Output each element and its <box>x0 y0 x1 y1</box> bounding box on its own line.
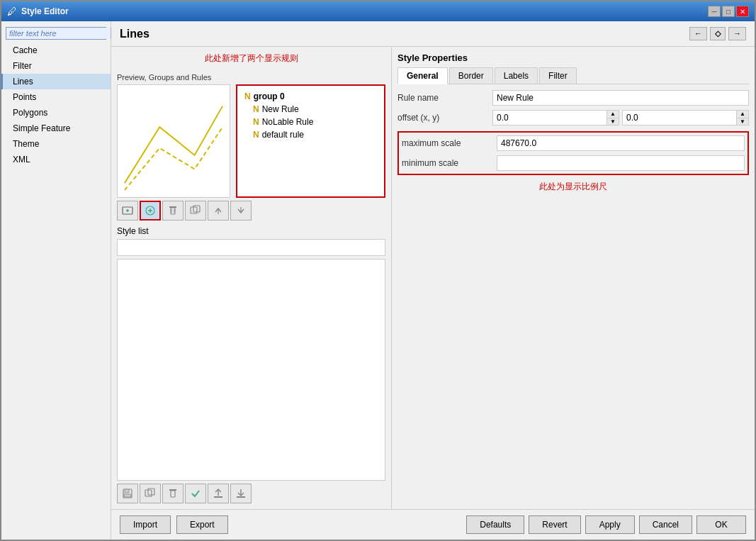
svg-rect-15 <box>125 489 129 493</box>
preview-groups-row: N group 0 N New Rule N NoLable Rule <box>117 84 385 198</box>
tab-border[interactable]: Border <box>449 67 493 84</box>
import-button[interactable]: Import <box>120 515 171 534</box>
preview-section: Preview, Groups and Rules <box>117 73 385 221</box>
offset-x-input[interactable] <box>493 111 607 125</box>
upload-icon <box>213 488 224 499</box>
offset-y-spinners: ▲ ▼ <box>736 111 748 125</box>
rule-item-nolable[interactable]: N NoLable Rule <box>242 116 380 128</box>
delete-style-button[interactable] <box>162 484 184 503</box>
svg-rect-22 <box>214 496 222 498</box>
main-header: Lines ← ◇ → <box>111 21 755 47</box>
offset-label: offset (x, y) <box>397 113 490 123</box>
minimize-button[interactable]: ─ <box>708 6 721 17</box>
apply-button[interactable]: Apply <box>585 515 635 534</box>
revert-button[interactable]: Revert <box>529 515 580 534</box>
apply-style-button[interactable] <box>185 484 206 503</box>
filter-input-wrapper: ▼ <box>6 27 106 40</box>
delete-icon <box>167 205 179 216</box>
rule-name-input[interactable] <box>492 90 749 106</box>
checkmark-icon <box>190 488 201 499</box>
rule-item-new-rule[interactable]: N New Rule <box>242 103 380 116</box>
offset-y-down[interactable]: ▼ <box>737 118 748 126</box>
offset-y-wrapper: ▲ ▼ <box>622 110 749 126</box>
window-controls: ─ □ ✕ <box>708 6 749 17</box>
rule-item-default[interactable]: N default rule <box>242 128 380 141</box>
sidebar-item-simple-feature[interactable]: Simple Feature <box>1 121 111 136</box>
add-group-icon <box>122 205 133 216</box>
rule-icon-0: N <box>253 104 259 114</box>
rule-icon-2: N <box>253 130 259 140</box>
move-down-icon <box>235 205 247 216</box>
bottom-right-buttons: Defaults Revert Apply Cancel OK <box>466 515 746 534</box>
add-group-button[interactable] <box>117 201 138 221</box>
style-list-content <box>117 259 385 481</box>
right-panel: Style Properties General Border Labels F… <box>392 47 755 509</box>
save-icon <box>122 488 133 499</box>
bottom-left-buttons: Import Export <box>120 515 228 534</box>
nav-back-button[interactable]: ← <box>689 27 707 40</box>
filter-input[interactable] <box>6 28 111 39</box>
min-scale-input[interactable] <box>497 155 745 171</box>
offset-inputs: ▲ ▼ ▲ ▼ <box>492 110 749 126</box>
export-button[interactable]: Export <box>176 515 228 534</box>
offset-x-spinners: ▲ ▼ <box>607 111 619 125</box>
offset-x-down[interactable]: ▼ <box>607 118 619 126</box>
rule-label-0: New Rule <box>262 104 299 114</box>
app-icon: 🖊 <box>7 6 17 17</box>
import-style-button[interactable] <box>230 484 252 503</box>
group-label-0: group 0 <box>254 91 285 101</box>
rule-icon-1: N <box>253 117 259 127</box>
group-icon-0: N <box>244 91 251 101</box>
delete-rule-button[interactable] <box>162 201 184 221</box>
tab-labels[interactable]: Labels <box>495 67 538 84</box>
cancel-button[interactable]: Cancel <box>639 515 692 534</box>
copy-style-button[interactable] <box>140 484 161 503</box>
tabs-row: General Border Labels Filter <box>397 67 749 84</box>
nav-separator: ◇ <box>710 27 726 40</box>
sidebar: ▼ Cache Filter Lines Points Polygons Sim… <box>1 21 111 540</box>
duplicate-rule-button[interactable] <box>185 201 206 221</box>
max-scale-label: maximum scale <box>402 138 494 148</box>
max-scale-input[interactable] <box>497 135 745 151</box>
add-rule-button[interactable] <box>140 201 161 221</box>
tab-filter[interactable]: Filter <box>539 67 577 84</box>
defaults-button[interactable]: Defaults <box>466 515 524 534</box>
main-content: Lines ← ◇ → 此处新增了两个显示规则 Preview, Groups … <box>111 21 755 540</box>
ok-button[interactable]: OK <box>696 515 746 534</box>
preview-section-label: Preview, Groups and Rules <box>117 73 385 82</box>
add-rule-icon <box>145 205 156 216</box>
content-area: ▼ Cache Filter Lines Points Polygons Sim… <box>1 21 755 540</box>
min-scale-label: minimum scale <box>402 158 494 168</box>
rules-toolbar <box>117 201 385 221</box>
nav-arrows: ← ◇ → <box>689 27 746 40</box>
sidebar-item-xml[interactable]: XML <box>1 152 111 167</box>
props-fields: Rule name offset (x, y) ▲ ▼ <box>397 90 749 126</box>
move-up-button[interactable] <box>208 201 229 221</box>
move-down-button[interactable] <box>230 201 252 221</box>
sidebar-item-filter[interactable]: Filter <box>1 58 111 74</box>
rules-panel: N group 0 N New Rule N NoLable Rule <box>236 84 385 198</box>
move-up-icon <box>213 205 224 216</box>
sidebar-item-polygons[interactable]: Polygons <box>1 105 111 121</box>
tab-general[interactable]: General <box>397 67 448 84</box>
trash-icon <box>167 488 179 499</box>
style-list-section: Style list <box>117 226 385 503</box>
props-title: Style Properties <box>397 52 749 63</box>
offset-y-up[interactable]: ▲ <box>737 111 748 118</box>
offset-y-input[interactable] <box>623 111 736 125</box>
style-list-toolbar <box>117 484 385 503</box>
sidebar-item-lines[interactable]: Lines <box>1 74 111 89</box>
export-style-button[interactable] <box>208 484 229 503</box>
sidebar-item-theme[interactable]: Theme <box>1 136 111 152</box>
copy-icon <box>145 488 156 499</box>
close-button[interactable]: ✕ <box>736 6 749 17</box>
sidebar-item-cache[interactable]: Cache <box>1 43 111 58</box>
sidebar-item-points[interactable]: Points <box>1 89 111 105</box>
offset-x-up[interactable]: ▲ <box>607 111 619 118</box>
maximize-button[interactable]: □ <box>722 6 735 17</box>
nav-forward-button[interactable]: → <box>728 27 746 40</box>
duplicate-icon <box>190 205 201 216</box>
group-item-0[interactable]: N group 0 <box>242 90 380 103</box>
save-style-button[interactable] <box>117 484 138 503</box>
style-list-search[interactable] <box>117 239 385 256</box>
